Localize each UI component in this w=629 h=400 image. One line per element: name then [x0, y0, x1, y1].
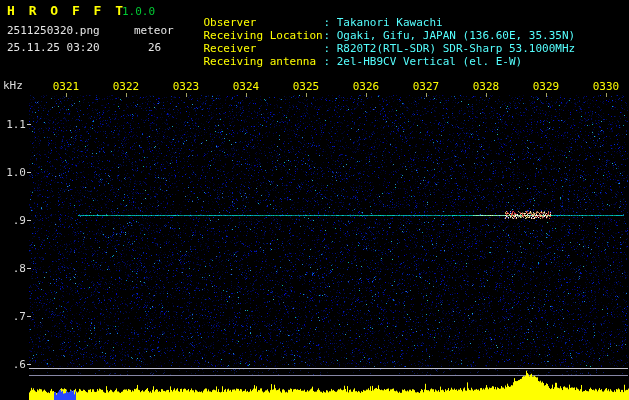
freq-tick-label: .9	[0, 214, 26, 227]
time-tick-label: 0326	[353, 80, 380, 93]
datetime-label: 25.11.25 03:20	[7, 41, 100, 54]
time-tick-label: 0327	[413, 80, 440, 93]
info-value: : 2el-HB9CV Vertical (el. E-W)	[324, 55, 523, 68]
freq-tick-label: .7	[0, 310, 26, 323]
time-tick-label: 0322	[113, 80, 140, 93]
hrofft-screen: H R O F F T 1.0.0 2511250320.png meteor …	[0, 0, 629, 400]
info-label: Receiving antenna	[204, 55, 324, 68]
freq-tick-label: 1.1	[0, 118, 26, 131]
time-tick-label: 0328	[473, 80, 500, 93]
freq-tick-label: .8	[0, 262, 26, 275]
info-row-antenna: Receiving antenna: 2el-HB9CV Vertical (e…	[177, 42, 522, 81]
time-tick-label: 0329	[533, 80, 560, 93]
freq-tick-label: 1.0	[0, 166, 26, 179]
freq-axis-unit: kHz	[3, 79, 23, 92]
time-tick-label: 0330	[593, 80, 620, 93]
freq-tick-label: .6	[0, 358, 26, 371]
time-tick-label: 0325	[293, 80, 320, 93]
app-title: H R O F F T	[7, 3, 126, 18]
mode-label: meteor	[134, 24, 174, 37]
time-tick-label: 0321	[53, 80, 80, 93]
time-tick-label: 0324	[233, 80, 260, 93]
file-name: 2511250320.png	[7, 24, 100, 37]
app-version: 1.0.0	[122, 5, 155, 18]
time-tick-label: 0323	[173, 80, 200, 93]
meteor-count: 26	[148, 41, 161, 54]
